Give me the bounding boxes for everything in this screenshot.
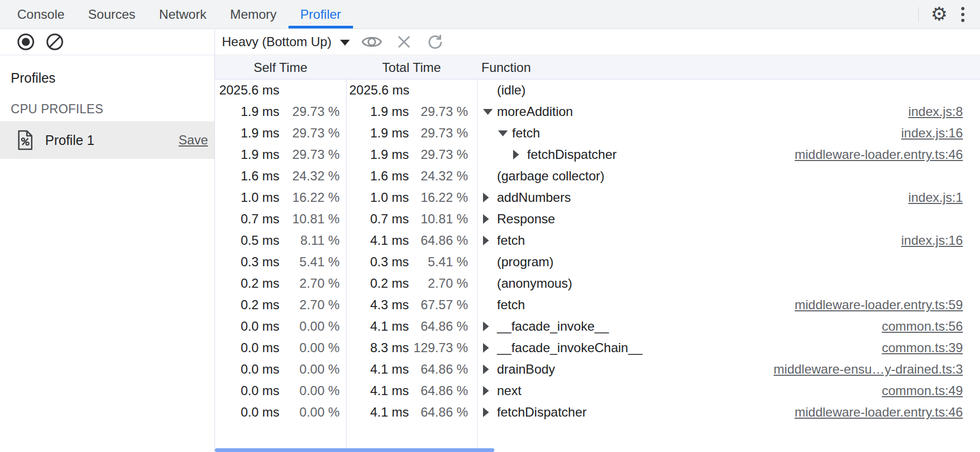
clear-profiles-button[interactable] (45, 32, 64, 52)
self-time-ms: 0.7 ms (218, 212, 279, 227)
save-profile-link[interactable]: Save (178, 133, 208, 148)
more-options-button[interactable] (951, 3, 975, 26)
tree-collapsed-arrow-icon[interactable] (483, 214, 497, 224)
total-time-ms: 1.6 ms (349, 169, 409, 184)
table-row[interactable]: 0.2 ms2.70 %0.2 ms2.70 %(anonymous) (215, 273, 980, 294)
record-controls (16, 32, 64, 52)
column-header-function[interactable]: Function (477, 56, 980, 79)
tree-expanded-arrow-icon[interactable] (498, 130, 512, 136)
settings-button[interactable]: ⚙ (927, 3, 951, 26)
total-time-cell: 1.9 ms29.73 % (346, 122, 477, 144)
total-time-cell: 4.1 ms64.86 % (346, 380, 477, 402)
self-time-cell: 0.3 ms5.41 % (215, 251, 346, 273)
profile-percent-document-icon (17, 130, 33, 150)
total-time-percent: 64.86 % (409, 233, 468, 248)
tree-collapsed-arrow-icon[interactable] (483, 322, 497, 331)
focus-function-button[interactable] (361, 30, 383, 54)
tree-collapsed-arrow-icon[interactable] (483, 343, 497, 353)
table-row[interactable]: 1.0 ms16.22 %1.0 ms16.22 %addNumbersinde… (215, 187, 980, 208)
table-row[interactable]: 0.7 ms10.81 %0.7 ms10.81 %Response (215, 208, 980, 230)
column-header-total-time[interactable]: Total Time (346, 56, 477, 79)
total-time-ms: 4.3 ms (349, 297, 409, 312)
tree-collapsed-arrow-icon[interactable] (513, 150, 527, 159)
source-location-link[interactable]: common.ts:49 (882, 383, 980, 398)
table-row[interactable]: 0.5 ms8.11 %4.1 ms64.86 %fetchindex.js:1… (215, 230, 980, 251)
tree-expanded-arrow-icon[interactable] (483, 109, 497, 115)
self-time-percent: 2.70 % (279, 276, 340, 291)
source-location-link[interactable]: middleware-loader.entry.ts:59 (795, 297, 980, 312)
tab-console[interactable]: Console (5, 0, 76, 28)
tree-collapsed-arrow-icon[interactable] (483, 407, 497, 417)
source-location-link[interactable]: common.ts:56 (882, 319, 980, 334)
profile-list-item[interactable]: Profile 1 Save (0, 121, 214, 159)
tab-sources[interactable]: Sources (76, 0, 147, 28)
tab-profiler[interactable]: Profiler (289, 0, 353, 28)
horizontal-scrollbar-thumb[interactable] (215, 448, 494, 452)
self-time-ms: 0.0 ms (218, 319, 279, 334)
source-location-link[interactable]: middleware-loader.entry.ts:46 (795, 147, 980, 162)
self-time-cell: 0.7 ms10.81 % (215, 208, 346, 230)
tree-collapsed-arrow-icon[interactable] (483, 236, 497, 245)
exclude-function-button[interactable] (394, 30, 414, 54)
total-time-cell: 0.2 ms2.70 % (346, 273, 477, 294)
column-header-self-time[interactable]: Self Time (215, 56, 346, 79)
total-time-cell: 1.6 ms24.32 % (346, 165, 477, 187)
table-row[interactable]: 0.0 ms0.00 %4.1 ms64.86 %nextcommon.ts:4… (215, 380, 980, 402)
self-time-ms: 0.0 ms (218, 362, 279, 377)
gear-icon: ⚙ (931, 5, 947, 24)
source-location-link[interactable]: middleware-loader.entry.ts:46 (795, 405, 980, 420)
table-row[interactable]: 0.2 ms2.70 %4.3 ms67.57 %fetchmiddleware… (215, 294, 980, 316)
toolbar-divider (918, 7, 919, 22)
table-row[interactable]: 0.3 ms5.41 %0.3 ms5.41 %(program) (215, 251, 980, 273)
source-location-link[interactable]: index.js:16 (901, 233, 980, 248)
self-time-ms: 0.5 ms (218, 233, 279, 248)
total-time-cell: 0.3 ms5.41 % (346, 251, 477, 273)
self-time-percent: 8.11 % (279, 233, 340, 248)
table-row[interactable]: 0.0 ms0.00 %4.1 ms64.86 %__facade_invoke… (215, 316, 980, 337)
total-time-cell: 1.0 ms16.22 % (346, 187, 477, 208)
source-location-link[interactable]: index.js:16 (901, 126, 980, 141)
self-time-ms: 0.0 ms (218, 383, 279, 398)
total-time-cell: 4.1 ms64.86 % (346, 230, 477, 251)
restore-functions-button[interactable] (425, 30, 445, 54)
source-location-link[interactable]: middleware-ensu…y-drained.ts:3 (774, 362, 980, 377)
self-time-percent: 0.00 % (279, 340, 340, 355)
profile-data-grid: Self Time Total Time Function 2025.6 ms2… (215, 56, 980, 452)
table-row[interactable]: 2025.6 ms2025.6 ms(idle) (215, 79, 980, 101)
function-cell: __facade_invoke__common.ts:56 (477, 316, 980, 337)
total-time-ms: 1.0 ms (349, 190, 409, 205)
source-location-link[interactable]: index.js:8 (909, 104, 980, 119)
tab-network[interactable]: Network (147, 0, 218, 28)
function-name: fetchDispatcher (527, 147, 617, 162)
function-cell: (anonymous) (477, 273, 980, 294)
tab-memory[interactable]: Memory (218, 0, 289, 28)
table-row[interactable]: 0.0 ms0.00 %4.1 ms64.86 %drainBodymiddle… (215, 359, 980, 380)
total-time-ms: 4.1 ms (349, 362, 409, 377)
self-time-ms: 0.2 ms (218, 276, 279, 291)
record-button[interactable] (16, 32, 35, 52)
table-row[interactable]: 0.0 ms0.00 %8.3 ms129.73 %__facade_invok… (215, 337, 980, 359)
self-time-percent: 5.41 % (279, 254, 340, 269)
self-time-percent: 16.22 % (279, 190, 340, 205)
table-row[interactable]: 1.9 ms29.73 %1.9 ms29.73 %fetchindex.js:… (215, 122, 980, 144)
tree-collapsed-arrow-icon[interactable] (483, 386, 497, 396)
self-time-cell: 0.2 ms2.70 % (215, 294, 346, 316)
close-icon (396, 34, 412, 50)
total-time-percent: 129.73 % (409, 340, 468, 355)
total-time-cell: 4.1 ms64.86 % (346, 402, 477, 423)
tree-collapsed-arrow-icon[interactable] (483, 193, 497, 202)
source-location-link[interactable]: index.js:1 (909, 190, 980, 205)
view-mode-dropdown[interactable]: Heavy (Bottom Up) (222, 34, 350, 49)
total-time-percent: 64.86 % (409, 383, 468, 398)
total-time-percent: 24.32 % (409, 169, 468, 184)
table-row[interactable]: 1.6 ms24.32 %1.6 ms24.32 %(garbage colle… (215, 165, 980, 187)
table-row[interactable]: 1.9 ms29.73 %1.9 ms29.73 %moreAdditionin… (215, 101, 980, 122)
source-location-link[interactable]: common.ts:39 (882, 340, 980, 355)
self-time-cell: 1.6 ms24.32 % (215, 165, 346, 187)
total-time-ms: 2025.6 ms (349, 83, 409, 98)
table-row[interactable]: 1.9 ms29.73 %1.9 ms29.73 %fetchDispatche… (215, 144, 980, 165)
tree-collapsed-arrow-icon[interactable] (483, 364, 497, 374)
function-name: fetch (497, 233, 525, 248)
table-row[interactable]: 0.0 ms0.00 %4.1 ms64.86 %fetchDispatcher… (215, 402, 980, 423)
function-cell: (garbage collector) (477, 165, 980, 187)
